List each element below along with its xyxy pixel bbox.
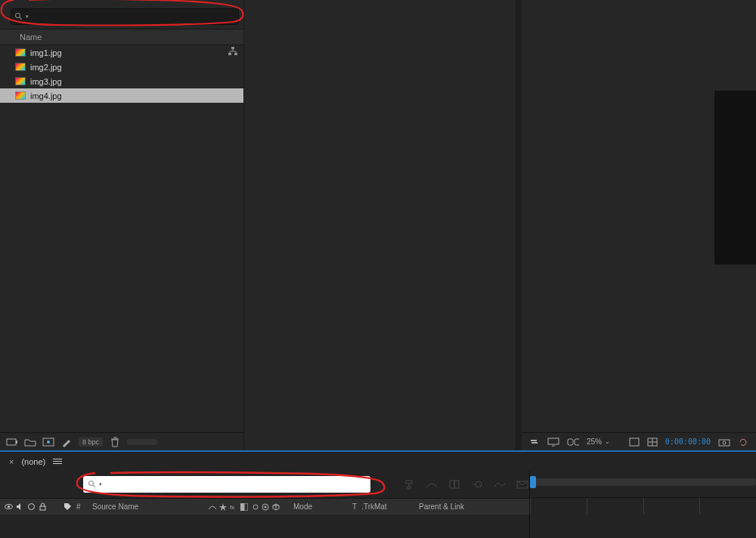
column-name-label: Name bbox=[20, 32, 42, 42]
trkmat-col[interactable]: .TrkMat bbox=[361, 502, 387, 511]
monitor-icon[interactable] bbox=[547, 437, 559, 447]
project-search-input[interactable]: ▾ bbox=[11, 8, 239, 25]
thumb-size-slider[interactable] bbox=[127, 439, 157, 445]
index-col-label[interactable]: # bbox=[76, 502, 81, 511]
playhead-icon[interactable] bbox=[530, 476, 536, 488]
svg-rect-13 bbox=[630, 438, 639, 446]
image-thumb-icon bbox=[15, 63, 26, 71]
timeline-tab-bar: × (none) bbox=[0, 452, 756, 471]
zoom-value: 25% bbox=[587, 438, 602, 446]
timeline-panel: × (none) ▾ bbox=[0, 450, 756, 538]
svg-point-19 bbox=[89, 481, 94, 486]
svg-rect-11 bbox=[568, 439, 573, 445]
file-row[interactable]: img3.jpg bbox=[0, 74, 243, 88]
envelope-icon[interactable] bbox=[516, 478, 529, 490]
label-icon[interactable] bbox=[64, 502, 72, 511]
source-name-col[interactable]: Source Name bbox=[88, 502, 209, 511]
layers-icon[interactable] bbox=[529, 437, 540, 447]
project-toolbar: 8 bpc bbox=[0, 432, 243, 450]
eye-icon[interactable] bbox=[5, 502, 13, 511]
bpc-toggle[interactable]: 8 bpc bbox=[79, 438, 103, 447]
svg-rect-4 bbox=[234, 53, 237, 55]
trash-icon[interactable] bbox=[109, 437, 121, 447]
adjustment-icon bbox=[262, 503, 269, 511]
svg-point-18 bbox=[723, 441, 726, 444]
timeline-column-header: # Source Name fx Mode T .TrkMat Par bbox=[0, 498, 529, 515]
svg-line-20 bbox=[93, 485, 95, 487]
shy-icon[interactable] bbox=[425, 478, 438, 490]
svg-point-33 bbox=[253, 505, 258, 509]
close-tab-icon[interactable]: × bbox=[9, 457, 14, 466]
comp-flowchart-icon[interactable] bbox=[402, 478, 416, 490]
new-folder-icon[interactable] bbox=[24, 437, 36, 447]
svg-point-0 bbox=[16, 14, 20, 18]
project-column-header[interactable]: Name bbox=[0, 29, 243, 45]
svg-line-1 bbox=[20, 17, 22, 20]
new-comp-icon[interactable] bbox=[42, 437, 54, 447]
timeline-tab-label[interactable]: (none) bbox=[21, 457, 45, 466]
current-timecode[interactable]: 0:00:00:00 bbox=[665, 438, 711, 446]
mask-toggle-icon[interactable] bbox=[567, 437, 579, 447]
svg-rect-12 bbox=[575, 439, 579, 445]
svg-rect-22 bbox=[454, 481, 459, 488]
lock-icon[interactable] bbox=[39, 502, 47, 511]
panel-menu-icon[interactable] bbox=[53, 457, 62, 465]
svg-point-8 bbox=[47, 441, 50, 444]
svg-rect-9 bbox=[548, 438, 559, 444]
svg-rect-5 bbox=[7, 439, 16, 445]
project-file-list: img1.jpg img2.jpg img3.jpg img4.jpg bbox=[0, 45, 243, 432]
resolution-icon[interactable] bbox=[629, 437, 640, 447]
svg-rect-6 bbox=[16, 441, 17, 444]
file-row[interactable]: img4.jpg bbox=[0, 88, 243, 103]
time-navigator[interactable] bbox=[530, 471, 756, 498]
solo-icon[interactable] bbox=[27, 502, 36, 511]
search-icon bbox=[14, 12, 23, 21]
three-d-icon bbox=[272, 503, 280, 511]
timeline-search-input[interactable]: ▾ bbox=[83, 476, 370, 493]
frame-blend-switch-icon bbox=[240, 503, 248, 511]
flowchart-icon[interactable] bbox=[228, 47, 237, 56]
refresh-icon[interactable] bbox=[738, 437, 748, 447]
brush-icon[interactable] bbox=[60, 437, 73, 447]
svg-point-28 bbox=[29, 504, 35, 510]
switches-col[interactable]: fx bbox=[209, 503, 293, 511]
viewer-toolbar: 25% ⌄ 0:00:00:00 bbox=[522, 432, 756, 450]
image-thumb-icon bbox=[15, 77, 26, 85]
project-panel: ▾ Name img1.jpg img2.jpg bbox=[0, 0, 244, 450]
zoom-dropdown[interactable]: 25% ⌄ bbox=[587, 438, 610, 446]
time-ruler[interactable] bbox=[530, 498, 756, 515]
speaker-icon[interactable] bbox=[16, 502, 24, 511]
timeline-track-view[interactable] bbox=[529, 471, 756, 538]
center-panel bbox=[244, 0, 516, 450]
star-icon bbox=[219, 503, 227, 511]
mode-col[interactable]: Mode bbox=[293, 502, 352, 511]
search-icon bbox=[88, 480, 97, 489]
file-row[interactable]: img1.jpg bbox=[0, 45, 243, 60]
chevron-down-icon: ⌄ bbox=[605, 438, 610, 445]
image-thumb-icon bbox=[15, 48, 26, 57]
svg-rect-21 bbox=[450, 481, 454, 488]
svg-rect-2 bbox=[231, 47, 234, 49]
image-thumb-icon bbox=[15, 91, 26, 100]
graph-editor-icon[interactable] bbox=[493, 478, 507, 490]
svg-point-23 bbox=[476, 481, 482, 487]
preview-area bbox=[714, 91, 756, 264]
snapshot-icon[interactable] bbox=[718, 437, 730, 447]
parent-link-col[interactable]: Parent & Link bbox=[419, 502, 529, 511]
grid-guides-icon[interactable] bbox=[647, 437, 658, 447]
svg-rect-17 bbox=[719, 440, 730, 446]
svg-point-35 bbox=[265, 506, 267, 508]
frame-blend-icon[interactable] bbox=[448, 478, 461, 490]
chevron-down-icon: ▾ bbox=[26, 14, 29, 20]
preserve-transparency-col[interactable]: T bbox=[352, 502, 357, 511]
shy-switch-icon bbox=[209, 503, 216, 511]
fx-icon: fx bbox=[230, 503, 237, 511]
motion-blur-icon[interactable] bbox=[470, 478, 484, 490]
viewer-panel: 25% ⌄ 0:00:00:00 bbox=[522, 0, 756, 450]
file-name-label: img2.jpg bbox=[30, 63, 62, 72]
file-row[interactable]: img2.jpg bbox=[0, 60, 243, 74]
interpret-footage-icon[interactable] bbox=[6, 437, 18, 447]
svg-point-27 bbox=[8, 506, 10, 508]
file-name-label: img3.jpg bbox=[30, 77, 62, 86]
svg-rect-32 bbox=[244, 503, 248, 511]
